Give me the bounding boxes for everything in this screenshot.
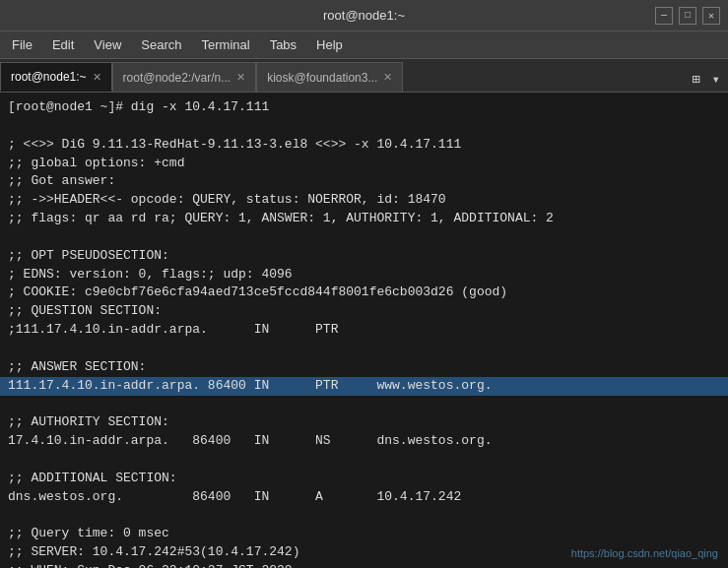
window-title: root@node1:~ — [323, 8, 405, 23]
watermark: https://blog.csdn.net/qiao_qing — [571, 546, 718, 562]
tab-label-foundation3: kiosk@foundation3... — [267, 71, 377, 85]
menu-item-file[interactable]: File — [4, 35, 40, 54]
tab-close-node2[interactable]: ✕ — [236, 71, 245, 84]
maximize-button[interactable]: □ — [679, 7, 696, 25]
menu-item-help[interactable]: Help — [308, 35, 351, 54]
menu-item-edit[interactable]: Edit — [44, 35, 82, 54]
tab-bar: root@node1:~ ✕ root@node2:/var/n... ✕ ki… — [0, 59, 728, 93]
close-button[interactable]: ✕ — [702, 7, 720, 25]
new-tab-button[interactable]: ⊞ — [688, 71, 703, 88]
menu-item-view[interactable]: View — [86, 35, 129, 54]
menu-item-tabs[interactable]: Tabs — [262, 35, 304, 54]
terminal-content: [root@node1 ~]# dig -x 10.4.17.111 ; <<>… — [8, 98, 720, 568]
tab-node1[interactable]: root@node1:~ ✕ — [0, 62, 112, 92]
terminal-area[interactable]: [root@node1 ~]# dig -x 10.4.17.111 ; <<>… — [0, 93, 728, 568]
menu-item-terminal[interactable]: Terminal — [194, 35, 258, 54]
highlighted-line: 111.17.4.10.in-addr.arpa. 86400 IN PTR w… — [0, 377, 728, 396]
window-controls: — □ ✕ — [655, 7, 720, 25]
tab-bar-actions: ⊞ ▾ — [688, 71, 724, 88]
menu-bar: FileEditViewSearchTerminalTabsHelp — [0, 32, 728, 59]
tab-foundation3[interactable]: kiosk@foundation3... ✕ — [256, 62, 403, 92]
tab-label-node2: root@node2:/var/n... — [123, 71, 232, 85]
tab-close-node1[interactable]: ✕ — [93, 71, 101, 84]
tab-dropdown-button[interactable]: ▾ — [708, 71, 724, 88]
tab-label-node1: root@node1:~ — [11, 70, 87, 84]
tab-node2[interactable]: root@node2:/var/n... ✕ — [112, 62, 257, 92]
minimize-button[interactable]: — — [655, 7, 673, 25]
menu-item-search[interactable]: Search — [133, 35, 189, 54]
tab-close-foundation3[interactable]: ✕ — [383, 71, 392, 84]
title-bar: root@node1:~ — □ ✕ — [0, 0, 728, 32]
